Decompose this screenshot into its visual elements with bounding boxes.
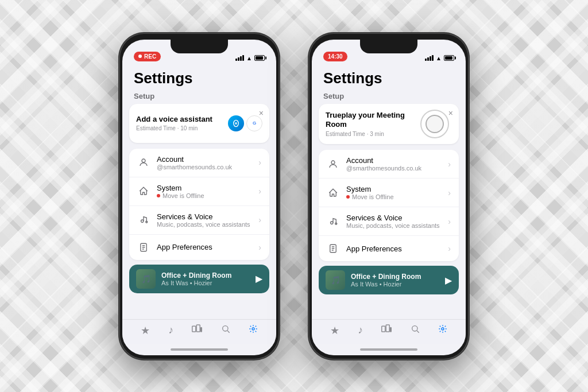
- screen-2: 14:30 ▲ Settings Setup: [312, 40, 466, 355]
- account-text-1: Account @smarthomesounds.co.uk: [157, 155, 252, 170]
- menu-list-2: Account @smarthomesounds.co.uk › System: [319, 150, 459, 261]
- tab-favorites-2[interactable]: ★: [330, 324, 339, 337]
- setup-label-1: Setup: [122, 90, 276, 104]
- services-subtitle-2: Music, podcasts, voice assistants: [346, 222, 441, 229]
- menu-item-prefs-2[interactable]: App Preferences ›: [319, 236, 459, 261]
- prefs-text-2: App Preferences: [346, 244, 441, 253]
- prefs-title-1: App Preferences: [157, 243, 252, 251]
- rec-indicator: REC: [134, 52, 161, 61]
- chevron-icon-5: ›: [448, 160, 451, 169]
- svg-point-12: [222, 325, 227, 331]
- notch-2: [360, 40, 417, 53]
- svg-point-15: [331, 161, 335, 164]
- menu-list-1: Account @smarthomesounds.co.uk › System: [129, 149, 269, 260]
- setup-card-visual-1: G: [228, 111, 262, 136]
- tab-search-1[interactable]: [221, 324, 230, 337]
- menu-item-system-2[interactable]: System Move is Offline ›: [319, 178, 459, 207]
- svg-point-3: [141, 220, 144, 223]
- tab-settings-2[interactable]: [438, 324, 447, 337]
- now-playing-bar-1[interactable]: 🎵 Office + Dining Room As It Was • Hozie…: [129, 265, 269, 293]
- svg-rect-23: [386, 325, 390, 332]
- trueplay-icon: [420, 110, 449, 138]
- system-title-2: System: [346, 185, 441, 193]
- menu-item-account-2[interactable]: Account @smarthomesounds.co.uk ›: [319, 150, 459, 178]
- svg-rect-22: [382, 326, 385, 332]
- screen-content-1: Settings Setup Add a voice assistant Est…: [122, 65, 276, 319]
- setup-card-title-2: Trueplay your Meeting Room: [326, 111, 412, 130]
- menu-item-system-1[interactable]: System Move is Offline ›: [129, 177, 269, 206]
- svg-point-2: [142, 159, 145, 162]
- menu-item-services-1[interactable]: Services & Voice Music, podcasts, voice …: [129, 206, 269, 235]
- setup-card-title-1: Add a voice assistant: [136, 115, 222, 125]
- services-subtitle-1: Music, podcasts, voice assistants: [157, 221, 252, 228]
- status-icons-2: ▲: [425, 55, 454, 61]
- play-button-2[interactable]: ▶: [445, 275, 452, 286]
- album-art-1: 🎵: [136, 269, 156, 289]
- screen-1: REC ▲ Settings Setup: [122, 40, 276, 355]
- setup-label-2: Setup: [312, 90, 466, 104]
- menu-item-services-2[interactable]: Services & Voice Music, podcasts, voice …: [319, 207, 459, 236]
- time-indicator: 14:30: [323, 52, 347, 61]
- now-playing-title-2: Office + Dining Room: [351, 273, 439, 281]
- system-text-1: System Move is Offline: [157, 184, 252, 199]
- menu-item-account-1[interactable]: Account @smarthomesounds.co.uk ›: [129, 149, 269, 177]
- svg-point-25: [412, 325, 417, 331]
- menu-item-prefs-1[interactable]: App Preferences ›: [129, 235, 269, 260]
- tab-music-2[interactable]: ♪: [358, 324, 363, 337]
- screen-content-2: Settings Setup Trueplay your Meeting Roo…: [312, 65, 466, 319]
- account-title-2: Account: [346, 156, 441, 165]
- svg-point-1: [235, 122, 237, 124]
- prefs-text-1: App Preferences: [157, 243, 252, 251]
- tab-favorites-1[interactable]: ★: [141, 324, 150, 337]
- page-title-1: Settings: [122, 65, 276, 90]
- account-subtitle-1: @smarthomesounds.co.uk: [157, 164, 252, 170]
- battery-icon-2: [444, 55, 454, 61]
- services-title-2: Services & Voice: [346, 214, 441, 222]
- tab-bar-2: ★ ♪: [312, 319, 466, 344]
- chevron-icon-4: ›: [258, 243, 261, 252]
- system-subtitle-2: Move is Offline: [346, 193, 441, 200]
- account-subtitle-2: @smarthomesounds.co.uk: [346, 165, 441, 172]
- setup-card-visual-2: [417, 111, 452, 137]
- prefs-icon-1: [137, 241, 150, 254]
- svg-point-14: [252, 328, 254, 330]
- setup-card-text-1: Add a voice assistant Estimated Time · 1…: [136, 115, 222, 132]
- person-icon-1: [137, 156, 150, 169]
- home-icon-2: [327, 187, 339, 199]
- rec-label: REC: [144, 53, 156, 60]
- tab-settings-1[interactable]: [249, 324, 258, 337]
- notch-1: [171, 40, 228, 53]
- tab-rooms-2[interactable]: [381, 324, 392, 337]
- system-subtitle-1: Move is Offline: [157, 192, 252, 199]
- signal-icon-2: [425, 55, 434, 61]
- battery-icon: [254, 55, 265, 61]
- status-icons-1: ▲: [235, 55, 265, 61]
- offline-dot-2: [346, 195, 350, 199]
- now-playing-artist-2: As It Was • Hozier: [351, 281, 439, 288]
- album-art-2: 🎵: [326, 270, 345, 290]
- svg-line-13: [227, 331, 230, 333]
- setup-card-1: Add a voice assistant Estimated Time · 1…: [129, 104, 269, 143]
- phone-1: REC ▲ Settings Setup: [119, 33, 280, 360]
- offline-dot-1: [157, 194, 160, 197]
- status-time-2: 14:30: [328, 53, 343, 60]
- chevron-icon-7: ›: [448, 217, 451, 226]
- setup-card-close-2[interactable]: ×: [448, 108, 453, 118]
- services-icon-1: [137, 214, 150, 226]
- chevron-icon-6: ›: [448, 188, 451, 197]
- account-title-1: Account: [157, 155, 252, 164]
- setup-card-close-1[interactable]: ×: [259, 108, 264, 118]
- account-text-2: Account @smarthomesounds.co.uk: [346, 156, 441, 172]
- play-button-1[interactable]: ▶: [256, 273, 262, 284]
- tab-rooms-1[interactable]: [192, 324, 202, 337]
- chevron-icon-8: ›: [448, 244, 451, 253]
- svg-rect-11: [201, 327, 202, 332]
- home-icon-1: [137, 185, 150, 197]
- tab-search-2[interactable]: [411, 324, 420, 337]
- prefs-title-2: App Preferences: [346, 244, 441, 253]
- tab-music-1[interactable]: ♪: [168, 324, 173, 337]
- now-playing-bar-2[interactable]: 🎵 Office + Dining Room As It Was • Hozie…: [319, 266, 459, 294]
- svg-line-26: [417, 331, 419, 333]
- now-playing-artist-1: As It Was • Hozier: [161, 280, 250, 286]
- svg-rect-10: [197, 325, 200, 332]
